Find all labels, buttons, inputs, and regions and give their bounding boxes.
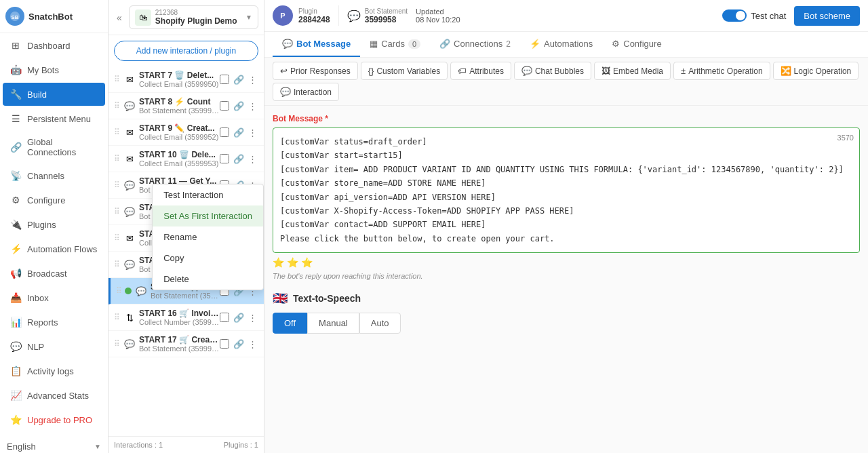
more-icon[interactable]: ⋮ [247, 311, 258, 324]
sidebar-header: SB SnatchBot [0, 0, 108, 33]
sidebar-item-reports[interactable]: 📊 Reports [3, 311, 105, 334]
drag-handle-icon: ⠿ [114, 127, 120, 137]
custom-variables-button[interactable]: {} Custom Variables [361, 62, 448, 80]
more-icon[interactable]: ⋮ [247, 73, 258, 86]
context-menu-copy[interactable]: Copy [153, 248, 263, 269]
add-interaction-button[interactable]: Add new interaction / plugin [114, 41, 258, 61]
interaction-item[interactable]: ⠿ ✉ START 7 🗑️ Delet... Collect Email (3… [108, 66, 264, 93]
connections-count: 2 [506, 39, 511, 49]
int-sub: Bot Statement (3599960) [139, 344, 220, 353]
bot-statement-icon: 💬 [347, 9, 361, 22]
arithmetic-operation-button[interactable]: ± Arithmetic Operation [673, 62, 770, 80]
email-icon: ✉ [123, 73, 136, 86]
back-button[interactable]: « [114, 9, 125, 26]
int-info: START 7 🗑️ Delet... Collect Email (35999… [139, 71, 220, 88]
chat-bubbles-button[interactable]: 💬 Chat Bubbles [514, 62, 591, 80]
message-editor[interactable]: 3570 [customVar status=draft_order] [cus… [273, 127, 860, 253]
context-menu-set-as-first[interactable]: Set As First Interaction [153, 205, 263, 226]
context-menu-test-interaction[interactable]: Test Interaction [153, 184, 263, 205]
toggle-switch[interactable] [722, 9, 747, 22]
chat-icon: 💬 [123, 205, 136, 218]
tab-cards-label: Cards [381, 39, 405, 49]
more-icon[interactable]: ⋮ [247, 126, 258, 139]
sidebar-label-activity-logs: Activity logs [27, 366, 74, 376]
sidebar-item-build[interactable]: 🔧 Build [3, 83, 105, 106]
link-icon[interactable]: 🔗 [232, 153, 245, 165]
tab-bot-message[interactable]: 💬 Bot Message [273, 32, 360, 57]
int-checkbox[interactable] [220, 127, 229, 137]
more-icon[interactable]: ⋮ [247, 338, 258, 351]
sidebar-item-plugins[interactable]: 🔌 Plugins [3, 213, 105, 236]
int-actions: 🔗 ⋮ [220, 73, 258, 86]
interaction-item[interactable]: ⠿ 💬 START 8 ⚡ Count Bot Statement (35999… [108, 93, 264, 119]
drag-handle-icon: ⠿ [116, 286, 122, 296]
interaction-item[interactable]: ⠿ ✉ START 9 ✏️ Creat... Collect Email (3… [108, 119, 264, 146]
chat-bubbles-icon: 💬 [521, 66, 532, 76]
separator [338, 5, 339, 26]
int-checkbox[interactable] [220, 75, 229, 84]
test-chat-toggle[interactable]: Test chat [722, 9, 786, 22]
emoji-row: ⭐ ⭐ ⭐ [273, 257, 860, 268]
int-name: START 10 🗑️ Dele... [139, 150, 220, 159]
embed-media-button[interactable]: 🖼 Embed Media [594, 62, 671, 80]
int-sub: Collect Email (3599953) [139, 159, 220, 168]
prior-responses-button[interactable]: ↩ Prior Responses [273, 62, 358, 80]
interaction-button[interactable]: 💬 Interaction [273, 83, 339, 101]
int-checkbox[interactable] [220, 101, 229, 111]
int-info: START 17 🛒 Create O... Bot Statement (35… [139, 335, 220, 353]
link-icon[interactable]: 🔗 [232, 100, 245, 113]
sidebar-item-advanced-stats[interactable]: 📈 Advanced Stats [3, 384, 105, 407]
tab-cards[interactable]: ▦ Cards 0 [360, 32, 430, 57]
sidebar-item-configure[interactable]: ⚙ Configure [3, 189, 105, 212]
sidebar-item-my-bots[interactable]: 🤖 My Bots [3, 58, 105, 81]
tts-auto-button[interactable]: Auto [359, 313, 401, 334]
int-sub: Bot Statement (3599958) [151, 292, 220, 300]
sidebar-item-inbox[interactable]: 📥 Inbox [3, 286, 105, 309]
sidebar-label-channels: Channels [27, 171, 64, 181]
int-checkbox[interactable] [220, 339, 229, 349]
attributes-button[interactable]: 🏷 Attributes [450, 62, 511, 80]
tts-off-button[interactable]: Off [273, 313, 307, 334]
prior-responses-label: Prior Responses [290, 66, 351, 76]
bot-statement-info: 💬 Bot Statement 3599958 [347, 7, 408, 24]
link-icon[interactable]: 🔗 [232, 338, 245, 351]
bot-scheme-button[interactable]: Bot scheme [794, 6, 860, 26]
interaction-icon: 💬 [280, 87, 291, 97]
sidebar-item-activity-logs[interactable]: 📋 Activity logs [3, 359, 105, 382]
link-icon[interactable]: 🔗 [232, 126, 245, 139]
link-icon[interactable]: 🔗 [232, 73, 245, 86]
sidebar-item-upgrade[interactable]: ⭐ Upgrade to PRO [3, 408, 105, 431]
interaction-item[interactable]: ⠿ ⇅ START 16 🛒 Invoice... Collect Number… [108, 304, 264, 331]
interaction-label: Interaction [294, 87, 332, 97]
int-info: START 10 🗑️ Dele... Collect Email (35999… [139, 150, 220, 168]
sidebar-item-dashboard[interactable]: ⊞ Dashboard [3, 34, 105, 57]
sidebar-item-global-connections[interactable]: 🔗 Global Connections [3, 132, 105, 163]
tts-manual-button[interactable]: Manual [307, 313, 359, 334]
interaction-item[interactable]: ⠿ 💬 START 17 🛒 Create O... Bot Statement… [108, 331, 264, 357]
cards-icon: ▦ [370, 39, 378, 49]
context-menu-rename[interactable]: Rename [153, 226, 263, 248]
more-icon[interactable]: ⋮ [247, 153, 258, 165]
sidebar-item-channels[interactable]: 📡 Channels [3, 164, 105, 187]
interaction-item[interactable]: ⠿ ✉ START 10 🗑️ Dele... Collect Email (3… [108, 146, 264, 172]
tab-automations[interactable]: ⚡ Automations [520, 32, 602, 57]
int-checkbox[interactable] [220, 154, 229, 163]
bot-selector[interactable]: 🛍 212368 Shopify Plugin Demo ▼ [129, 5, 258, 29]
sidebar-item-nlp[interactable]: 💬 NLP [3, 335, 105, 358]
drag-handle-icon: ⠿ [114, 207, 120, 216]
logic-operation-button[interactable]: 🔀 Logic Operation [773, 62, 859, 80]
drag-handle-icon: ⠿ [114, 180, 120, 190]
link-icon[interactable]: 🔗 [232, 311, 245, 324]
int-checkbox[interactable] [220, 313, 229, 322]
tab-connections-label: Connections [454, 39, 502, 49]
tab-connections[interactable]: 🔗 Connections 2 [430, 32, 520, 57]
language-selector[interactable]: English ▼ [0, 437, 108, 453]
context-menu-delete[interactable]: Delete [153, 269, 263, 290]
drag-handle-icon: ⠿ [114, 154, 120, 163]
sidebar-item-broadcast[interactable]: 📢 Broadcast [3, 262, 105, 285]
sidebar-item-persistent-menu[interactable]: ☰ Persistent Menu [3, 107, 105, 130]
tab-configure[interactable]: ⚙ Configure [602, 32, 671, 57]
interaction-item-active[interactable]: ⠿ 💬 START 15 🛒 Draft Or... Bot Statement… [108, 278, 264, 304]
more-icon[interactable]: ⋮ [247, 100, 258, 113]
sidebar-item-automation-flows[interactable]: ⚡ Automation Flows [3, 237, 105, 260]
